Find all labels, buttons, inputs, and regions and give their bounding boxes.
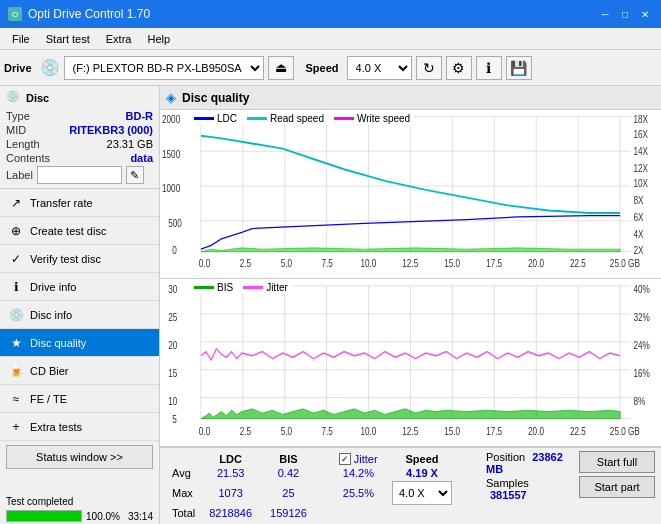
disc-info-icon: 💿 xyxy=(8,307,24,323)
svg-text:12X: 12X xyxy=(633,163,648,174)
total-label: Total xyxy=(168,507,199,519)
nav-verify-test-disc[interactable]: ✓ Verify test disc xyxy=(0,245,159,273)
svg-text:40%: 40% xyxy=(633,282,650,295)
svg-text:22.5: 22.5 xyxy=(570,425,586,438)
mid-label: MID xyxy=(6,124,26,136)
progress-bar xyxy=(6,510,82,522)
nav-drive-info-label: Drive info xyxy=(30,281,76,293)
stats-area: LDC BIS ✓ Avg Jitter Speed Avg 21.53 xyxy=(160,447,661,524)
svg-text:7.5: 7.5 xyxy=(322,258,333,269)
position-row: Position 23862 MB xyxy=(486,451,563,475)
app-title: Opti Drive Control 1.70 xyxy=(28,7,150,21)
nav-cd-bier-label: CD Bier xyxy=(30,365,69,377)
legend-write-speed: Write speed xyxy=(334,113,410,124)
nav-fe-te-label: FE / TE xyxy=(30,393,67,405)
maximize-button[interactable]: □ xyxy=(617,6,633,22)
legend-jitter: Jitter xyxy=(243,282,288,293)
label-edit-button[interactable]: ✎ xyxy=(126,166,144,184)
svg-text:0.0: 0.0 xyxy=(199,258,210,269)
nav-disc-quality-label: Disc quality xyxy=(30,337,86,349)
svg-text:15.0: 15.0 xyxy=(444,258,460,269)
nav-transfer-rate[interactable]: ↗ Transfer rate xyxy=(0,189,159,217)
mid-value: RITEKBR3 (000) xyxy=(69,124,153,136)
nav-drive-info[interactable]: ℹ Drive info xyxy=(0,273,159,301)
time-display: 33:14 xyxy=(128,511,153,522)
ldc-header: LDC xyxy=(201,453,260,465)
label-input[interactable] xyxy=(37,166,122,184)
status-window-button[interactable]: Status window >> xyxy=(6,445,153,469)
menu-extra[interactable]: Extra xyxy=(98,31,140,47)
svg-text:0.0: 0.0 xyxy=(199,425,211,438)
svg-text:8%: 8% xyxy=(633,394,645,407)
info-button[interactable]: ℹ xyxy=(476,56,502,80)
svg-text:17.5: 17.5 xyxy=(486,425,502,438)
svg-text:22.5: 22.5 xyxy=(570,258,586,269)
svg-text:17.5: 17.5 xyxy=(486,258,502,269)
bis-header: BIS xyxy=(262,453,315,465)
menu-help[interactable]: Help xyxy=(139,31,178,47)
svg-text:0: 0 xyxy=(172,245,177,256)
svg-text:5.0: 5.0 xyxy=(281,258,292,269)
menu-file[interactable]: File xyxy=(4,31,38,47)
svg-text:10.0: 10.0 xyxy=(360,258,376,269)
nav-extra-tests-label: Extra tests xyxy=(30,421,82,433)
nav-create-test-disc[interactable]: ⊕ Create test disc xyxy=(0,217,159,245)
left-panel: 💿 Disc Type BD-R MID RITEKBR3 (000) Leng… xyxy=(0,86,160,524)
nav-disc-quality[interactable]: ★ Disc quality xyxy=(0,329,159,357)
menu-start-test[interactable]: Start test xyxy=(38,31,98,47)
svg-text:16X: 16X xyxy=(633,129,648,140)
type-value: BD-R xyxy=(126,110,154,122)
stats-speed-select[interactable]: 4.0 X xyxy=(392,481,452,505)
eject-button[interactable]: ⏏ xyxy=(268,56,294,80)
cd-bier-icon: 🍺 xyxy=(8,363,24,379)
svg-text:7.5: 7.5 xyxy=(322,425,334,438)
samples-label: Samples xyxy=(486,477,529,489)
samples-value: 381557 xyxy=(490,489,527,501)
fe-te-icon: ≈ xyxy=(8,391,24,407)
legend-bis: BIS xyxy=(194,282,233,293)
max-ldc: 1073 xyxy=(201,481,260,505)
nav-extra-tests[interactable]: + Extra tests xyxy=(0,413,159,441)
nav-fe-te[interactable]: ≈ FE / TE xyxy=(0,385,159,413)
chart-header: ◈ Disc quality xyxy=(160,86,661,110)
svg-text:10.0: 10.0 xyxy=(360,425,376,438)
transfer-rate-icon: ↗ xyxy=(8,195,24,211)
label-label: Label xyxy=(6,169,33,181)
lower-chart-svg: 30 25 20 15 10 5 40% 32% 24% 16% 8% 0.0 … xyxy=(160,279,661,447)
save-button[interactable]: 💾 xyxy=(506,56,532,80)
start-part-button[interactable]: Start part xyxy=(579,476,655,498)
svg-text:30: 30 xyxy=(168,282,178,295)
speed-header: Speed xyxy=(384,453,460,465)
close-button[interactable]: ✕ xyxy=(637,6,653,22)
nav-disc-info[interactable]: 💿 Disc info xyxy=(0,301,159,329)
svg-text:2000: 2000 xyxy=(162,114,180,125)
drive-select[interactable]: (F:) PLEXTOR BD-R PX-LB950SA 1.06 xyxy=(64,56,264,80)
right-panel: ◈ Disc quality LDC Read speed xyxy=(160,86,661,524)
status-text: Test completed xyxy=(0,494,159,508)
progress-bar-fill xyxy=(7,511,81,521)
start-full-button[interactable]: Start full xyxy=(579,451,655,473)
type-label: Type xyxy=(6,110,30,122)
speed-select[interactable]: 4.0 X xyxy=(347,56,412,80)
start-buttons: Start full Start part xyxy=(579,451,655,498)
svg-text:16%: 16% xyxy=(633,366,650,379)
svg-text:1500: 1500 xyxy=(162,149,180,160)
minimize-button[interactable]: ─ xyxy=(597,6,613,22)
speed-label: Speed xyxy=(306,62,339,74)
nav-cd-bier[interactable]: 🍺 CD Bier xyxy=(0,357,159,385)
legend-jitter-label: Jitter xyxy=(266,282,288,293)
nav-list: ↗ Transfer rate ⊕ Create test disc ✓ Ver… xyxy=(0,189,159,441)
drive-info-icon: ℹ xyxy=(8,279,24,295)
settings-button[interactable]: ⚙ xyxy=(446,56,472,80)
speed-value: 4.19 X xyxy=(384,467,460,479)
jitter-header: Jitter xyxy=(354,453,378,465)
svg-text:18X: 18X xyxy=(633,114,648,125)
svg-text:25.0 GB: 25.0 GB xyxy=(610,425,640,438)
avg-bis: 0.42 xyxy=(262,467,315,479)
refresh-button[interactable]: ↻ xyxy=(416,56,442,80)
max-label: Max xyxy=(168,481,199,505)
drive-select-icon: 💿 xyxy=(40,58,60,77)
stats-table: LDC BIS ✓ Avg Jitter Speed Avg 21.53 xyxy=(166,451,462,521)
jitter-checkbox[interactable]: ✓ xyxy=(339,453,351,465)
samples-row: Samples 381557 xyxy=(486,477,563,501)
